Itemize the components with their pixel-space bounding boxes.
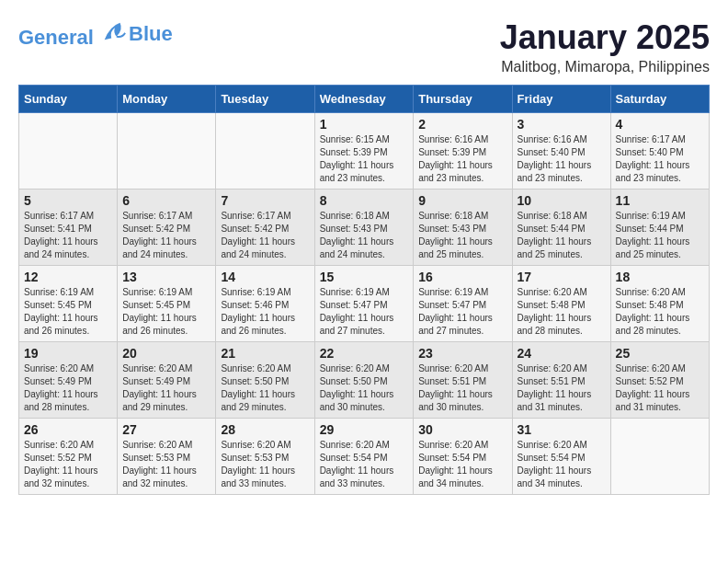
day-number: 29 [320, 422, 409, 437]
calendar-week-row: 1Sunrise: 6:15 AM Sunset: 5:39 PM Daylig… [19, 113, 710, 190]
month-title: January 2025 [500, 18, 710, 57]
day-number: 26 [24, 422, 112, 437]
day-number: 2 [418, 117, 506, 132]
day-number: 18 [616, 270, 704, 284]
day-info: Sunrise: 6:17 AM Sunset: 5:41 PM Dayligh… [24, 210, 112, 261]
calendar-day-header: Monday [118, 86, 216, 113]
day-info: Sunrise: 6:17 AM Sunset: 5:42 PM Dayligh… [122, 210, 210, 261]
day-info: Sunrise: 6:20 AM Sunset: 5:54 PM Dayligh… [518, 439, 606, 490]
logo-text: General [18, 18, 127, 49]
day-number: 13 [122, 270, 210, 284]
day-number: 16 [418, 270, 506, 284]
day-number: 27 [122, 422, 210, 437]
day-number: 12 [24, 270, 112, 284]
calendar-day-header: Thursday [414, 86, 512, 113]
calendar-day-cell: 21Sunrise: 6:20 AM Sunset: 5:50 PM Dayli… [216, 342, 314, 419]
day-info: Sunrise: 6:20 AM Sunset: 5:51 PM Dayligh… [518, 362, 606, 414]
location-subtitle: Malitbog, Mimaropa, Philippines [500, 59, 710, 75]
day-info: Sunrise: 6:20 AM Sunset: 5:49 PM Dayligh… [24, 362, 112, 414]
calendar-week-row: 5Sunrise: 6:17 AM Sunset: 5:41 PM Daylig… [19, 190, 710, 266]
day-info: Sunrise: 6:20 AM Sunset: 5:49 PM Dayligh… [122, 362, 210, 414]
day-info: Sunrise: 6:16 AM Sunset: 5:40 PM Dayligh… [518, 133, 606, 185]
calendar-day-cell: 13Sunrise: 6:19 AM Sunset: 5:45 PM Dayli… [118, 266, 216, 342]
calendar-table: SundayMondayTuesdayWednesdayThursdayFrid… [18, 85, 710, 495]
calendar-day-cell: 20Sunrise: 6:20 AM Sunset: 5:49 PM Dayli… [118, 342, 216, 419]
day-number: 3 [518, 117, 606, 132]
calendar-day-cell: 15Sunrise: 6:19 AM Sunset: 5:47 PM Dayli… [314, 266, 414, 342]
calendar-day-cell: 27Sunrise: 6:20 AM Sunset: 5:53 PM Dayli… [118, 419, 216, 495]
day-info: Sunrise: 6:20 AM Sunset: 5:48 PM Dayligh… [616, 286, 704, 338]
day-number: 31 [518, 422, 606, 437]
day-number: 22 [320, 346, 409, 361]
calendar-day-header: Sunday [19, 86, 118, 113]
title-block: January 2025 Malitbog, Mimaropa, Philipp… [500, 18, 710, 75]
day-info: Sunrise: 6:20 AM Sunset: 5:51 PM Dayligh… [418, 362, 506, 414]
day-number: 15 [320, 270, 409, 284]
day-info: Sunrise: 6:16 AM Sunset: 5:39 PM Dayligh… [418, 133, 506, 185]
day-info: Sunrise: 6:17 AM Sunset: 5:40 PM Dayligh… [616, 133, 704, 185]
calendar-day-cell [216, 113, 314, 190]
logo: General Blue [18, 18, 173, 49]
calendar-day-cell: 2Sunrise: 6:16 AM Sunset: 5:39 PM Daylig… [414, 113, 512, 190]
day-number: 21 [221, 346, 309, 361]
calendar-day-cell: 8Sunrise: 6:18 AM Sunset: 5:43 PM Daylig… [314, 190, 414, 266]
day-info: Sunrise: 6:20 AM Sunset: 5:52 PM Dayligh… [616, 362, 704, 414]
calendar-day-cell: 5Sunrise: 6:17 AM Sunset: 5:41 PM Daylig… [19, 190, 118, 266]
calendar-day-header: Wednesday [314, 86, 414, 113]
day-number: 20 [122, 346, 210, 361]
day-info: Sunrise: 6:19 AM Sunset: 5:46 PM Dayligh… [221, 286, 309, 338]
calendar-day-cell [118, 113, 216, 190]
day-info: Sunrise: 6:19 AM Sunset: 5:47 PM Dayligh… [418, 286, 506, 338]
day-number: 9 [418, 193, 506, 208]
day-number: 25 [616, 346, 704, 361]
day-number: 5 [24, 193, 112, 208]
calendar-day-cell: 16Sunrise: 6:19 AM Sunset: 5:47 PM Dayli… [414, 266, 512, 342]
day-number: 10 [518, 193, 606, 208]
calendar-day-cell: 10Sunrise: 6:18 AM Sunset: 5:44 PM Dayli… [512, 190, 610, 266]
day-number: 11 [616, 193, 704, 208]
day-number: 14 [221, 270, 309, 284]
day-info: Sunrise: 6:19 AM Sunset: 5:45 PM Dayligh… [24, 286, 112, 338]
day-info: Sunrise: 6:19 AM Sunset: 5:44 PM Dayligh… [616, 210, 704, 261]
day-info: Sunrise: 6:19 AM Sunset: 5:45 PM Dayligh… [122, 286, 210, 338]
calendar-header-row: SundayMondayTuesdayWednesdayThursdayFrid… [19, 86, 710, 113]
calendar-day-cell: 28Sunrise: 6:20 AM Sunset: 5:53 PM Dayli… [216, 419, 314, 495]
calendar-day-cell: 7Sunrise: 6:17 AM Sunset: 5:42 PM Daylig… [216, 190, 314, 266]
day-info: Sunrise: 6:17 AM Sunset: 5:42 PM Dayligh… [221, 210, 309, 261]
calendar-day-cell: 29Sunrise: 6:20 AM Sunset: 5:54 PM Dayli… [314, 419, 414, 495]
day-number: 28 [221, 422, 309, 437]
calendar-day-header: Saturday [610, 86, 709, 113]
calendar-day-cell: 3Sunrise: 6:16 AM Sunset: 5:40 PM Daylig… [512, 113, 610, 190]
calendar-day-cell: 4Sunrise: 6:17 AM Sunset: 5:40 PM Daylig… [610, 113, 709, 190]
day-info: Sunrise: 6:20 AM Sunset: 5:53 PM Dayligh… [122, 439, 210, 490]
calendar-day-cell: 23Sunrise: 6:20 AM Sunset: 5:51 PM Dayli… [414, 342, 512, 419]
day-number: 8 [320, 193, 409, 208]
day-number: 17 [518, 270, 606, 284]
day-number: 24 [518, 346, 606, 361]
day-info: Sunrise: 6:18 AM Sunset: 5:43 PM Dayligh… [320, 210, 409, 261]
day-info: Sunrise: 6:18 AM Sunset: 5:44 PM Dayligh… [518, 210, 606, 261]
day-info: Sunrise: 6:20 AM Sunset: 5:50 PM Dayligh… [320, 362, 409, 414]
calendar-day-cell: 11Sunrise: 6:19 AM Sunset: 5:44 PM Dayli… [610, 190, 709, 266]
day-number: 23 [418, 346, 506, 361]
day-info: Sunrise: 6:15 AM Sunset: 5:39 PM Dayligh… [320, 133, 409, 185]
calendar-day-header: Tuesday [216, 86, 314, 113]
calendar-day-cell: 1Sunrise: 6:15 AM Sunset: 5:39 PM Daylig… [314, 113, 414, 190]
calendar-day-cell [19, 113, 118, 190]
calendar-week-row: 19Sunrise: 6:20 AM Sunset: 5:49 PM Dayli… [19, 342, 710, 419]
day-info: Sunrise: 6:20 AM Sunset: 5:53 PM Dayligh… [221, 439, 309, 490]
calendar-day-cell: 24Sunrise: 6:20 AM Sunset: 5:51 PM Dayli… [512, 342, 610, 419]
day-info: Sunrise: 6:20 AM Sunset: 5:48 PM Dayligh… [518, 286, 606, 338]
calendar-week-row: 12Sunrise: 6:19 AM Sunset: 5:45 PM Dayli… [19, 266, 710, 342]
day-number: 4 [616, 117, 704, 132]
calendar-day-cell: 6Sunrise: 6:17 AM Sunset: 5:42 PM Daylig… [118, 190, 216, 266]
day-number: 30 [418, 422, 506, 437]
day-info: Sunrise: 6:18 AM Sunset: 5:43 PM Dayligh… [418, 210, 506, 261]
calendar-day-cell: 12Sunrise: 6:19 AM Sunset: 5:45 PM Dayli… [19, 266, 118, 342]
day-number: 19 [24, 346, 112, 361]
calendar-day-cell: 31Sunrise: 6:20 AM Sunset: 5:54 PM Dayli… [512, 419, 610, 495]
calendar-day-cell: 26Sunrise: 6:20 AM Sunset: 5:52 PM Dayli… [19, 419, 118, 495]
calendar-day-cell: 30Sunrise: 6:20 AM Sunset: 5:54 PM Dayli… [414, 419, 512, 495]
calendar-day-cell: 25Sunrise: 6:20 AM Sunset: 5:52 PM Dayli… [610, 342, 709, 419]
day-info: Sunrise: 6:20 AM Sunset: 5:52 PM Dayligh… [24, 439, 112, 490]
